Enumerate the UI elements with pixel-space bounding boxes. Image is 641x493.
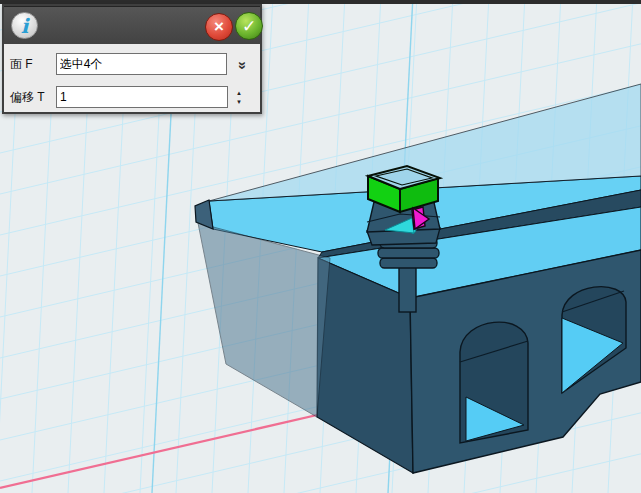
cancel-x-icon: × [214, 17, 224, 37]
confirm-check-icon: ✓ [242, 16, 256, 37]
confirm-button[interactable]: ✓ [235, 12, 263, 40]
spin-up-icon[interactable]: ▲ [236, 90, 242, 96]
info-glyph: i [21, 14, 29, 38]
expand-list-button[interactable]: » [232, 54, 254, 74]
cad-window: i × ✓ 面 F » 偏移 T ▲ ▼ [0, 0, 641, 493]
face-selection-input[interactable] [56, 53, 227, 75]
offset-field-row: 偏移 T ▲ ▼ [10, 84, 254, 110]
dialog-titlebar[interactable]: i × ✓ [4, 6, 260, 44]
offset-spinner: ▲ ▼ [236, 90, 242, 105]
fitting-rib[interactable] [378, 248, 439, 258]
dialog-body: 面 F » 偏移 T ▲ ▼ [4, 44, 260, 110]
chevron-double-down-icon: » [235, 61, 252, 67]
cancel-button[interactable]: × [205, 13, 233, 41]
face-field-label: 面 F [10, 56, 56, 73]
offset-value-input[interactable] [56, 86, 228, 108]
offset-field-label: 偏移 T [10, 89, 56, 106]
offset-dialog: i × ✓ 面 F » 偏移 T ▲ ▼ [2, 4, 262, 114]
fitting-rib[interactable] [380, 258, 437, 268]
face-field-row: 面 F » [10, 51, 254, 77]
fitting-stem[interactable] [399, 266, 416, 312]
info-icon: i [11, 12, 38, 39]
spin-down-icon[interactable]: ▼ [236, 99, 242, 105]
